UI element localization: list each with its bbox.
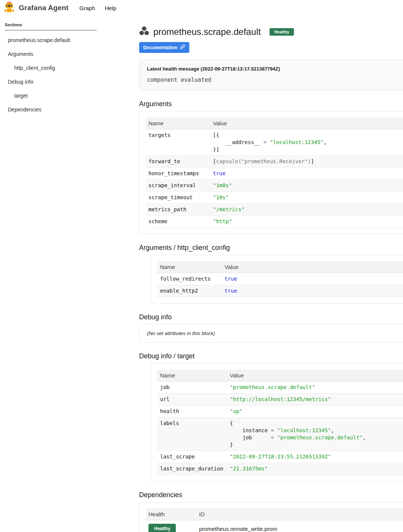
dependencies-heading: Dependencies	[139, 491, 403, 499]
sidebar-item-http-client-config[interactable]: http_client_config	[4, 61, 98, 75]
doc-row: Documentation	[139, 42, 403, 53]
table-row: honor_timestampstrue	[145, 168, 403, 180]
link-icon	[180, 44, 185, 51]
attr-name: url	[157, 394, 227, 406]
attr-name: metrics_path	[145, 204, 210, 216]
sidebar-item-dependencies[interactable]: Dependencies	[4, 103, 98, 117]
sidebar-item-arguments[interactable]: Arguments	[4, 47, 98, 61]
arguments-heading: Arguments	[139, 100, 403, 108]
attr-name: scheme	[145, 216, 210, 228]
dependencies-table: HealthIDHealthyprometheus.remote_write.p…	[145, 508, 403, 532]
table-row: follow_redirectstrue	[157, 273, 403, 285]
attr-value: "2022-09-27T18:23:55.212651339Z"	[227, 451, 403, 463]
attr-value: { instance = "localhost:12345", job = "p…	[227, 418, 403, 451]
attr-value: true	[210, 168, 403, 180]
attr-value: "prometheus.scrape.default"	[227, 382, 403, 394]
table-row: last_scrape_duration"21.31675ms"	[157, 463, 403, 475]
attr-value: "up"	[227, 406, 403, 418]
dependency-id: prometheus.remote_write.prom	[196, 520, 403, 532]
column-header-value: Value	[227, 370, 403, 382]
column-header-name: Name	[157, 261, 222, 273]
attributes-table: NameValuejob"prometheus.scrape.default"u…	[157, 370, 403, 475]
sections-sidebar: Sections prometheus.scrape.defaultArgume…	[0, 16, 98, 117]
attr-value: "21.31675ms"	[227, 463, 403, 475]
sidebar-item-target[interactable]: target	[4, 89, 98, 103]
page-title: prometheus.scrape.default	[153, 27, 261, 37]
table-row: forward_to[capsule("prometheus.Receiver"…	[145, 156, 403, 168]
http-client-config-heading: Arguments / http_client_config	[139, 244, 403, 252]
column-header-id: ID	[196, 508, 403, 520]
attr-name: labels	[157, 418, 227, 451]
dependency-row: Healthyprometheus.remote_write.prom	[145, 520, 403, 532]
attr-name: health	[157, 406, 227, 418]
brand-title: Grafana Agent	[19, 4, 69, 12]
cubes-icon	[139, 26, 149, 37]
health-message-label: Latest health message (2022-09-27T18:13:…	[147, 66, 403, 72]
sidebar-items: prometheus.scrape.defaultArgumentshttp_c…	[4, 33, 98, 117]
table-row: scrape_timeout"10s"	[145, 192, 403, 204]
attr-value: true	[222, 285, 403, 297]
table-row: scrape_interval"1m0s"	[145, 180, 403, 192]
attr-name: follow_redirects	[157, 273, 222, 285]
column-header-value: Value	[222, 261, 403, 273]
attr-name: forward_to	[145, 156, 210, 168]
debug-target-card: NameValuejob"prometheus.scrape.default"u…	[151, 363, 403, 481]
nav-link-help[interactable]: Help	[100, 2, 121, 14]
attr-name: enable_http2	[157, 285, 222, 297]
attr-name: last_scrape	[157, 451, 227, 463]
attr-name: last_scrape_duration	[157, 463, 227, 475]
column-header-name: Name	[157, 370, 227, 382]
nav-link-graph[interactable]: Graph	[75, 2, 100, 14]
attr-value: "http://localhost:12345/metrics"	[227, 394, 403, 406]
table-row: scheme"http"	[145, 216, 403, 228]
component-detail: prometheus.scrape.default Healthy Docume…	[139, 26, 403, 532]
documentation-button[interactable]: Documentation	[139, 42, 189, 53]
table-row: job"prometheus.scrape.default"	[157, 382, 403, 394]
table-row: metrics_path"/metrics"	[145, 204, 403, 216]
dependency-health-badge: Healthy	[148, 524, 176, 532]
dependency-health-cell: Healthy	[145, 520, 196, 532]
table-row: enable_http2true	[157, 285, 403, 297]
attr-name: job	[157, 382, 227, 394]
component-title-row: prometheus.scrape.default Healthy	[139, 26, 403, 37]
grafana-agent-mascot-icon	[3, 1, 15, 15]
attr-name: targets	[145, 129, 210, 156]
attr-value: "1m0s"	[210, 180, 403, 192]
attr-value: [capsule("prometheus.Receiver")]	[210, 156, 403, 168]
debug-target-heading: Debug info / target	[139, 352, 403, 360]
top-nav: GraphHelp	[75, 2, 121, 14]
sidebar-title: Sections	[5, 23, 98, 27]
attributes-table: NameValuetargets[{ __address__ = "localh…	[145, 117, 403, 228]
http-client-config-card: NameValuefollow_redirectstrueenable_http…	[151, 255, 403, 304]
top-bar: Grafana Agent GraphHelp	[0, 0, 403, 16]
attr-value: [{ __address__ = "localhost:12345",}]	[210, 129, 403, 156]
attr-name: honor_timestamps	[145, 168, 210, 180]
debug-info-heading: Debug info	[139, 313, 403, 321]
attr-value: "10s"	[210, 192, 403, 204]
attr-value: "/metrics"	[210, 204, 403, 216]
table-row: labels{ instance = "localhost:12345", jo…	[157, 418, 403, 451]
brand: Grafana Agent	[3, 1, 69, 15]
table-row: url"http://localhost:12345/metrics"	[157, 394, 403, 406]
attributes-table: NameValuefollow_redirectstrueenable_http…	[157, 261, 403, 297]
table-row: last_scrape"2022-09-27T18:23:55.21265133…	[157, 451, 403, 463]
health-message-text: component evaluated	[147, 77, 403, 83]
dependencies-card: HealthIDHealthyprometheus.remote_write.p…	[139, 502, 403, 532]
attr-value: "http"	[210, 216, 403, 228]
attr-name: scrape_interval	[145, 180, 210, 192]
attr-name: scrape_timeout	[145, 192, 210, 204]
latest-health-message-card: Latest health message (2022-09-27T18:13:…	[139, 60, 403, 90]
health-status-badge: Healthy	[270, 28, 294, 36]
sidebar-item-prometheus-scrape-default[interactable]: prometheus.scrape.default	[4, 33, 98, 47]
table-row: health"up"	[157, 406, 403, 418]
sidebar-item-debug-info[interactable]: Debug info	[4, 75, 98, 89]
debug-info-empty-card: (No set attributes in this block)	[139, 324, 403, 343]
sidebar-divider	[4, 30, 97, 30]
attr-value: true	[222, 273, 403, 285]
table-row: targets[{ __address__ = "localhost:12345…	[145, 129, 403, 156]
documentation-button-label: Documentation	[143, 45, 177, 50]
column-header-name: Name	[145, 117, 210, 129]
arguments-card: NameValuetargets[{ __address__ = "localh…	[139, 111, 403, 234]
column-header-value: Value	[210, 117, 403, 129]
column-header-health: Health	[145, 508, 196, 520]
